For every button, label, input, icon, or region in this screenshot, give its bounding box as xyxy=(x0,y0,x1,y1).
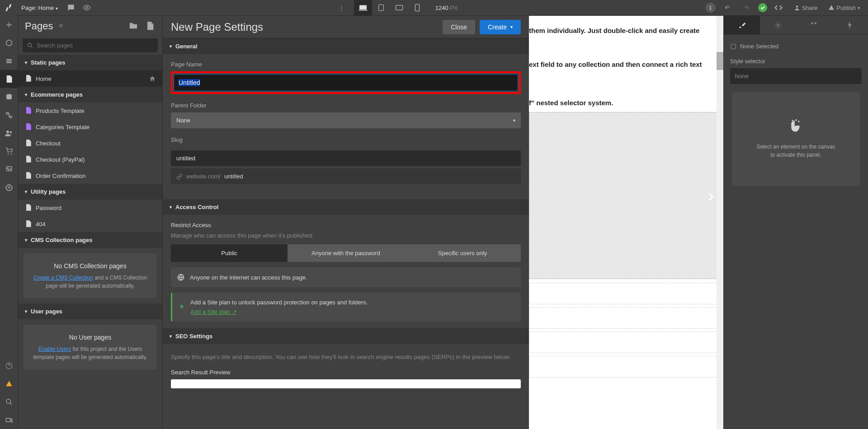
page-label: Products Template xyxy=(36,107,84,114)
placeholder-block[interactable] xyxy=(529,307,723,329)
page-item-products[interactable]: Products Template xyxy=(18,103,162,119)
svg-point-18 xyxy=(7,168,9,169)
scrollbar[interactable] xyxy=(717,16,723,429)
canvas[interactable]: them individually. Just double-click and… xyxy=(529,16,723,429)
assets-icon[interactable] xyxy=(0,160,18,178)
seg-specific[interactable]: Specific users only xyxy=(404,244,521,262)
ecommerce-icon[interactable] xyxy=(0,142,18,160)
create-label: Create xyxy=(488,23,507,31)
seg-public[interactable]: Public xyxy=(171,244,288,262)
placeholder-block[interactable] xyxy=(529,331,723,353)
publish-button[interactable]: Publish ▾ xyxy=(825,5,863,11)
pages-icon[interactable] xyxy=(0,70,18,88)
help-icon[interactable] xyxy=(0,357,18,375)
share-button[interactable]: Share xyxy=(790,5,821,11)
seo-section-header[interactable]: ▾SEO Settings xyxy=(163,328,529,344)
audit-icon[interactable] xyxy=(0,375,18,393)
new-page-icon[interactable]: + xyxy=(144,20,156,33)
search-icon[interactable] xyxy=(0,393,18,411)
video-icon[interactable] xyxy=(0,411,18,429)
general-section-header[interactable]: ▾General xyxy=(163,38,529,54)
page-item-checkout[interactable]: Checkout xyxy=(18,135,162,151)
placeholder-block[interactable] xyxy=(529,283,723,304)
new-folder-icon[interactable]: + xyxy=(127,20,140,33)
canvas-width[interactable]: 1240 PX xyxy=(426,5,467,11)
page-item-checkout-paypal[interactable]: Checkout (PayPal) xyxy=(18,151,162,168)
topbar-right: 1 ↶ ↷ Share Publish ▾ xyxy=(706,0,868,15)
empty-title: No CMS Collection pages xyxy=(29,261,151,271)
slug-input[interactable] xyxy=(171,150,521,166)
url-prefix: website.com/ xyxy=(186,173,221,180)
plan-info-row: Add a Site plan to unlock password prote… xyxy=(171,293,521,322)
preview-icon[interactable] xyxy=(79,0,95,16)
page-item-order-confirm[interactable]: Order Confirmation xyxy=(18,168,162,184)
static-pages-header[interactable]: ▾Static pages xyxy=(18,55,162,70)
add-site-plan-link[interactable]: Add a Site plan ↗ xyxy=(190,308,237,315)
page-item-home[interactable]: Home xyxy=(18,70,162,87)
tablet-landscape-device[interactable] xyxy=(390,0,408,16)
close-icon[interactable]: × xyxy=(58,21,63,31)
undo-icon[interactable]: ↶ xyxy=(719,0,735,16)
settings-icon[interactable] xyxy=(0,178,18,196)
page-item-404[interactable]: 404 xyxy=(18,216,162,232)
chevron-down-icon: ▾ xyxy=(56,6,58,11)
enable-users-link[interactable]: Enable Users xyxy=(38,346,71,352)
utility-pages-header[interactable]: ▾Utility pages xyxy=(18,184,162,200)
redo-icon[interactable]: ↷ xyxy=(739,0,755,16)
create-button[interactable]: Create▾ xyxy=(480,20,521,34)
create-cms-link[interactable]: Create a CMS Collection xyxy=(33,275,93,281)
public-info-row: Anyone on the internet can access this p… xyxy=(171,267,521,287)
tablet-device[interactable] xyxy=(372,0,390,16)
page-label: Checkout xyxy=(36,140,61,147)
page-name-input[interactable] xyxy=(174,74,518,91)
ecommerce-pages-header[interactable]: ▾Ecommerce pages xyxy=(18,87,162,103)
close-button[interactable]: Close xyxy=(443,20,475,34)
comments-icon[interactable] xyxy=(63,0,79,16)
search-input[interactable] xyxy=(37,42,153,49)
svg-rect-1 xyxy=(359,5,367,9)
settings-tab[interactable] xyxy=(760,16,796,34)
desktop-device[interactable] xyxy=(354,0,372,16)
section-label: Static pages xyxy=(31,59,66,66)
effects-tab[interactable] xyxy=(832,16,868,34)
next-arrow-icon[interactable]: › xyxy=(708,186,714,206)
box-icon[interactable] xyxy=(0,34,18,52)
page-item-categories[interactable]: Categories Template xyxy=(18,119,162,135)
cms-pages-header[interactable]: ▾CMS Collection pages xyxy=(18,232,162,248)
mobile-device[interactable] xyxy=(408,0,426,16)
user-pages-header[interactable]: ▾User pages xyxy=(18,303,162,319)
canvas-text: them individually. Just double-click and… xyxy=(529,25,723,36)
style-selector-input[interactable]: None xyxy=(730,68,862,84)
page-name-label: Page Name xyxy=(171,61,521,68)
status-ok-icon[interactable] xyxy=(758,3,767,12)
add-icon[interactable] xyxy=(0,16,18,34)
page-label: Categories Template xyxy=(36,124,90,131)
page-name-highlight xyxy=(171,71,521,94)
more-icon[interactable]: ⋮ xyxy=(334,0,349,16)
interactions-tab[interactable] xyxy=(796,16,832,34)
page-indicator[interactable]: Page: Home ▾ xyxy=(16,5,63,11)
placeholder-block[interactable] xyxy=(529,356,723,378)
access-section-header[interactable]: ▾Access Control xyxy=(163,199,529,215)
page-label: Order Confirmation xyxy=(36,173,86,179)
publish-label: Publish xyxy=(836,5,856,11)
notification-badge[interactable]: 1 xyxy=(706,3,716,13)
url-preview: website.com/untitled xyxy=(171,168,521,184)
code-icon[interactable] xyxy=(771,0,787,16)
layers-icon[interactable] xyxy=(0,52,18,70)
webflow-logo[interactable] xyxy=(0,0,16,16)
page-item-password[interactable]: Password xyxy=(18,200,162,216)
seg-password[interactable]: Anyone with the password xyxy=(288,244,404,262)
svg-point-32 xyxy=(796,120,797,121)
parent-folder-select[interactable]: None ▾ xyxy=(171,112,521,128)
pages-header: Pages × + + xyxy=(18,16,162,36)
navigator-icon[interactable] xyxy=(0,106,18,124)
plan-info-text: Add a Site plan to unlock password prote… xyxy=(190,299,368,306)
canvas-text: f" nested selector system. xyxy=(529,97,723,108)
scroll-thumb[interactable] xyxy=(717,52,723,70)
users-icon[interactable] xyxy=(0,124,18,142)
cms-icon[interactable] xyxy=(0,88,18,106)
style-tab[interactable] xyxy=(724,16,760,34)
image-placeholder[interactable]: › xyxy=(529,112,723,279)
search-pages[interactable] xyxy=(23,38,158,52)
